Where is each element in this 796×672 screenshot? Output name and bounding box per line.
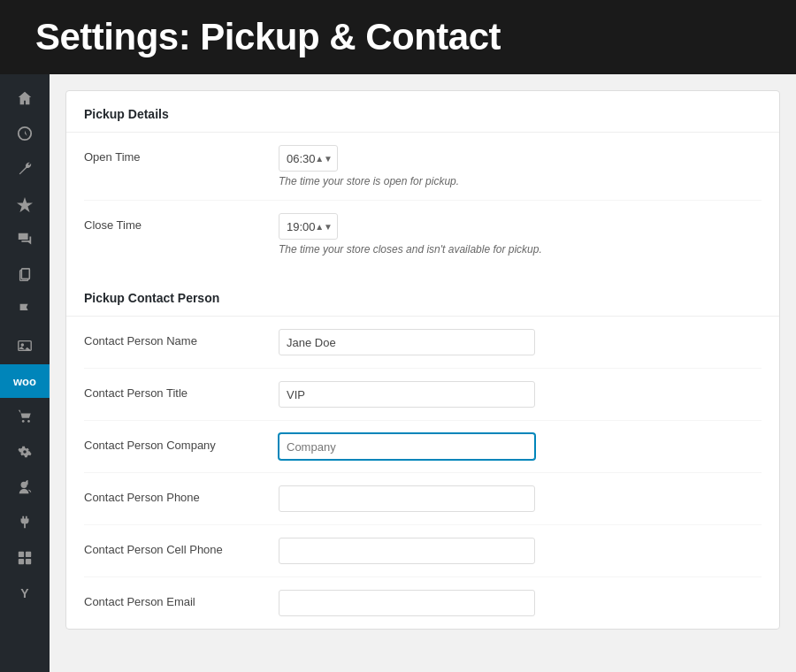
sidebar-item-woocommerce[interactable]: woo <box>0 364 50 398</box>
content-area: Pickup Details Open Time 06:30 07:00 08:… <box>50 74 796 672</box>
plugin-icon <box>17 515 33 531</box>
sidebar: woo Y <box>0 74 50 672</box>
media-icon <box>17 338 33 354</box>
sidebar-item-chat[interactable] <box>0 223 50 256</box>
svg-rect-10 <box>19 559 24 564</box>
open-time-select[interactable]: 06:30 07:00 08:00 <box>279 145 338 172</box>
contact-cell-phone-label: Contact Person Cell Phone <box>84 538 279 556</box>
svg-rect-11 <box>26 559 31 564</box>
sidebar-item-feedback[interactable] <box>0 294 50 327</box>
contact-title-field <box>279 381 762 408</box>
svg-point-6 <box>22 420 25 423</box>
contact-phone-field <box>279 485 762 512</box>
yoast-icon: Y <box>20 586 28 600</box>
sidebar-item-settings[interactable] <box>0 435 50 469</box>
contact-cell-phone-field <box>279 538 762 564</box>
close-time-hint: The time your store closes and isn't ava… <box>279 243 762 256</box>
sidebar-item-cart[interactable] <box>0 400 50 433</box>
close-time-select-wrapper: 19:00 18:00 20:00 ▲▼ <box>279 213 338 240</box>
page-header: Settings: Pickup & Contact <box>0 0 796 74</box>
contact-email-row: Contact Person Email <box>84 577 762 629</box>
contact-company-row: Contact Person Company <box>84 421 762 473</box>
contact-title-input[interactable] <box>279 381 535 408</box>
contact-title-label: Contact Person Title <box>84 381 279 400</box>
svg-rect-9 <box>26 552 31 557</box>
users-icon <box>17 479 33 495</box>
flag-icon <box>17 302 33 318</box>
sidebar-item-tools[interactable] <box>0 152 50 186</box>
star-icon <box>17 196 33 212</box>
contact-name-input[interactable] <box>279 329 535 355</box>
svg-rect-8 <box>19 552 24 557</box>
sidebar-item-media[interactable] <box>0 329 50 363</box>
contact-email-label: Contact Person Email <box>84 590 279 608</box>
contact-company-label: Contact Person Company <box>84 433 279 452</box>
sidebar-item-grid[interactable] <box>0 541 50 575</box>
circle-icon <box>17 126 33 141</box>
settings-icon <box>17 444 33 460</box>
open-time-field: 06:30 07:00 08:00 ▲▼ The time your store… <box>279 145 762 187</box>
contact-name-row: Contact Person Name <box>84 317 762 369</box>
pickup-contact-title: Pickup Contact Person <box>66 275 779 317</box>
open-time-label: Open Time <box>84 145 279 164</box>
sidebar-item-updates[interactable] <box>0 117 50 150</box>
svg-rect-2 <box>21 269 29 279</box>
sidebar-item-comments[interactable] <box>0 187 50 221</box>
contact-phone-input[interactable] <box>279 485 535 512</box>
sidebar-item-yoast[interactable]: Y <box>0 577 50 610</box>
contact-cell-phone-row: Contact Person Cell Phone <box>84 525 762 577</box>
sidebar-item-pages[interactable] <box>0 258 50 292</box>
contact-email-field <box>279 590 762 616</box>
settings-panel: Pickup Details Open Time 06:30 07:00 08:… <box>65 90 780 630</box>
pickup-contact-form: Contact Person Name Contact Person Title… <box>66 317 779 629</box>
wrench-icon <box>17 161 33 177</box>
sidebar-item-plugins[interactable] <box>0 506 50 539</box>
close-time-select[interactable]: 19:00 18:00 20:00 <box>279 213 338 240</box>
svg-point-5 <box>21 343 25 347</box>
sidebar-item-dashboard[interactable] <box>0 81 50 115</box>
contact-company-input[interactable] <box>279 433 535 460</box>
pickup-details-form: Open Time 06:30 07:00 08:00 ▲▼ The time … <box>66 133 779 268</box>
cart-icon <box>17 409 33 424</box>
contact-email-input[interactable] <box>279 590 535 616</box>
comments-icon <box>17 232 33 248</box>
close-time-row: Close Time 19:00 18:00 20:00 ▲▼ The time… <box>84 201 762 268</box>
close-time-label: Close Time <box>84 213 279 232</box>
close-time-field: 19:00 18:00 20:00 ▲▼ The time your store… <box>279 213 762 256</box>
contact-company-field <box>279 433 762 460</box>
contact-phone-label: Contact Person Phone <box>84 485 279 504</box>
woo-icon: woo <box>13 375 36 388</box>
open-time-select-wrapper: 06:30 07:00 08:00 ▲▼ <box>279 145 338 172</box>
open-time-hint: The time your store is open for pickup. <box>279 175 762 187</box>
house-icon <box>17 90 33 106</box>
svg-point-7 <box>27 420 30 423</box>
contact-title-row: Contact Person Title <box>84 369 762 421</box>
pickup-details-title: Pickup Details <box>66 91 779 133</box>
contact-phone-row: Contact Person Phone <box>84 473 762 525</box>
contact-cell-phone-input[interactable] <box>279 538 535 564</box>
contact-name-field <box>279 329 762 355</box>
header-title: Settings: Pickup & Contact <box>35 16 501 57</box>
open-time-row: Open Time 06:30 07:00 08:00 ▲▼ The time … <box>84 133 762 201</box>
grid-icon <box>17 550 33 566</box>
copy-icon <box>17 267 33 283</box>
contact-name-label: Contact Person Name <box>84 329 279 347</box>
sidebar-item-users[interactable] <box>0 470 50 504</box>
